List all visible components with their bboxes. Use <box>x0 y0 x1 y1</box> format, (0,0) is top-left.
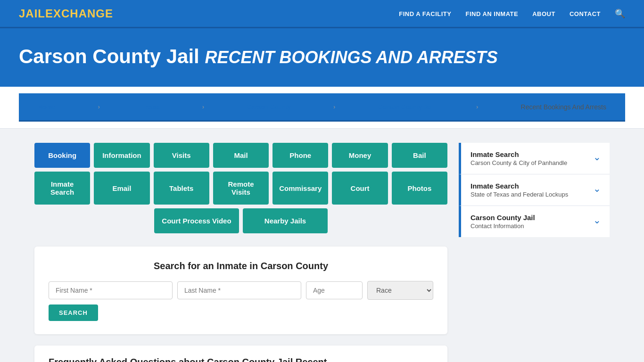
sidebar-item-subtitle-1: Carson County & City of Panhandle <box>471 159 567 166</box>
race-select[interactable]: Race White Black Hispanic Asian Other <box>367 281 433 300</box>
last-name-input[interactable] <box>177 281 301 299</box>
sidebar-item-title-1: Inmate Search <box>471 150 567 158</box>
breadcrumb-home[interactable]: Home <box>38 103 55 111</box>
tab-grid: Booking Information Visits Mail Phone Mo… <box>34 143 447 233</box>
tab-bail[interactable]: Bail <box>392 143 447 168</box>
tab-money[interactable]: Money <box>332 143 388 168</box>
tab-information[interactable]: Information <box>94 143 149 168</box>
chevron-down-icon-2: ⌄ <box>593 183 601 194</box>
tab-court-process-video[interactable]: Court Process Video <box>154 208 239 233</box>
search-title: Search for an Inmate in Carson County <box>49 261 433 272</box>
search-icon[interactable]: 🔍 <box>615 9 625 18</box>
page-title-italic: RECENT BOOKINGS AND ARRESTS <box>205 48 497 67</box>
tab-mail[interactable]: Mail <box>213 143 269 168</box>
nav-item-facility[interactable]: FIND A FACILITY <box>399 9 451 18</box>
chevron-down-icon-3: ⌄ <box>593 214 601 226</box>
sidebar: Inmate Search Carson County & City of Pa… <box>459 143 610 362</box>
age-input[interactable] <box>306 281 363 299</box>
breadcrumb-sep-2: › <box>202 104 204 110</box>
first-name-input[interactable] <box>49 281 173 299</box>
page-title-bold: Carson County Jail <box>19 45 199 67</box>
tab-visits[interactable]: Visits <box>154 143 209 168</box>
search-button[interactable]: SEARCH <box>49 304 98 321</box>
nav-item-inmate[interactable]: FIND AN INMATE <box>465 9 518 18</box>
breadcrumb-current: Recent Bookings And Arrests <box>521 103 606 111</box>
tab-remote-visits[interactable]: Remote Visits <box>213 172 269 205</box>
hero-section: Carson County Jail RECENT BOOKINGS AND A… <box>0 28 644 87</box>
inmate-search-box: Search for an Inmate in Carson County Ra… <box>34 247 447 334</box>
breadcrumb-bar: Home › Texas › Carson County › Carson Co… <box>0 87 644 129</box>
nav-links: FIND A FACILITY FIND AN INMATE ABOUT CON… <box>399 8 625 19</box>
sidebar-item-inmate-search-local[interactable]: Inmate Search Carson County & City of Pa… <box>459 143 610 174</box>
main-nav: JAILEXCHANGE FIND A FACILITY FIND AN INM… <box>0 0 644 28</box>
main-wrapper: Booking Information Visits Mail Phone Mo… <box>16 129 628 362</box>
tab-row-3: Court Process Video Nearby Jails <box>34 208 447 233</box>
tab-court[interactable]: Court <box>332 172 388 205</box>
tab-tablets[interactable]: Tablets <box>154 172 209 205</box>
breadcrumb: Home › Texas › Carson County › Carson Co… <box>19 93 625 122</box>
logo-text-jail: JAIL <box>19 7 45 20</box>
sidebar-item-contact-info[interactable]: Carson County Jail Contact Information ⌄ <box>459 206 610 237</box>
sidebar-item-subtitle-3: Contact Information <box>471 222 535 230</box>
nav-item-contact[interactable]: CONTACT <box>570 9 601 18</box>
tab-booking[interactable]: Booking <box>34 143 90 168</box>
sidebar-item-title-2: Inmate Search <box>471 182 568 190</box>
logo-text-xchange: XCHANGE <box>53 7 113 20</box>
tab-commissary[interactable]: Commissary <box>272 172 328 205</box>
breadcrumb-texas[interactable]: Texas <box>142 103 160 111</box>
sidebar-item-subtitle-2: State of Texas and Federal Lockups <box>471 191 568 198</box>
faq-title: Frequently Asked Questions about Carson … <box>49 357 433 362</box>
search-form: Race White Black Hispanic Asian Other <box>49 281 433 300</box>
tab-row-1: Booking Information Visits Mail Phone Mo… <box>34 143 447 168</box>
content-area: Booking Information Visits Mail Phone Mo… <box>34 143 447 362</box>
page-title: Carson County Jail RECENT BOOKINGS AND A… <box>19 45 625 68</box>
breadcrumb-sep-1: › <box>98 104 100 110</box>
tab-photos[interactable]: Photos <box>392 172 447 205</box>
sidebar-item-inmate-search-state[interactable]: Inmate Search State of Texas and Federal… <box>459 174 610 206</box>
nav-item-about[interactable]: ABOUT <box>532 9 555 18</box>
chevron-down-icon-1: ⌄ <box>593 151 601 163</box>
tab-nearby-jails[interactable]: Nearby Jails <box>243 208 328 233</box>
site-logo[interactable]: JAILEXCHANGE <box>19 7 113 20</box>
tab-phone[interactable]: Phone <box>272 143 328 168</box>
breadcrumb-sep-4: › <box>476 104 478 110</box>
tab-email[interactable]: Email <box>94 172 149 205</box>
sidebar-item-title-3: Carson County Jail <box>471 214 535 222</box>
breadcrumb-sep-3: › <box>333 104 335 110</box>
tab-inmate-search[interactable]: Inmate Search <box>34 172 90 205</box>
tab-row-2: Inmate Search Email Tablets Remote Visit… <box>34 172 447 205</box>
breadcrumb-carson-county[interactable]: Carson County <box>247 103 290 111</box>
breadcrumb-carson-jail[interactable]: Carson County Jail <box>378 103 434 111</box>
logo-highlight: E <box>45 7 53 20</box>
faq-teaser: Frequently Asked Questions about Carson … <box>34 346 447 362</box>
